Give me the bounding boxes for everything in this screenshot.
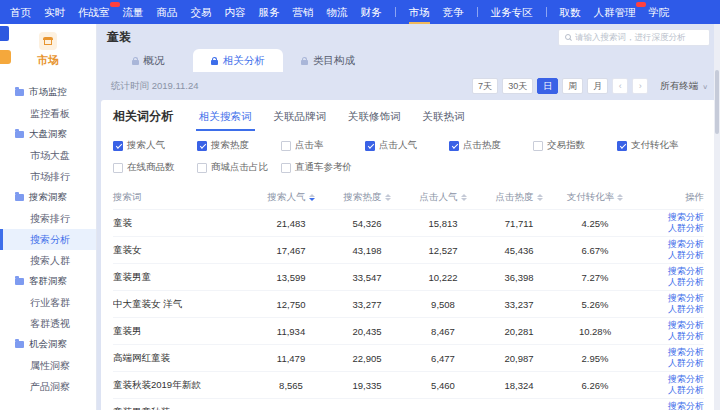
- nav-item[interactable]: 人群管理: [594, 0, 636, 24]
- subtab[interactable]: 关联修饰词: [348, 100, 401, 132]
- keyword-search-box[interactable]: [558, 29, 710, 46]
- nav-item[interactable]: 财务: [361, 0, 382, 24]
- nav-item[interactable]: 内容: [225, 0, 246, 24]
- scrollbar[interactable]: [714, 24, 720, 410]
- search-analysis-link[interactable]: 搜索分析: [668, 320, 704, 331]
- next-date-button[interactable]: ›: [632, 78, 648, 94]
- column-header[interactable]: 支付转化率: [557, 191, 633, 204]
- nav-item[interactable]: 服务: [259, 0, 280, 24]
- lock-icon: [301, 60, 308, 65]
- column-header[interactable]: 点击人气: [405, 191, 481, 204]
- nav-item[interactable]: 作战室: [78, 0, 110, 24]
- search-analysis-link[interactable]: 搜索分析: [668, 401, 704, 410]
- scrollbar-thumb[interactable]: [715, 70, 719, 134]
- sort-icon[interactable]: [537, 194, 543, 201]
- sort-asc-icon: [617, 194, 623, 197]
- nav-item[interactable]: 竞争: [443, 0, 464, 24]
- sort-icon[interactable]: [385, 194, 391, 201]
- date-range-button[interactable]: 月: [587, 78, 608, 94]
- metric-filter[interactable]: 在线商品数: [113, 161, 197, 174]
- checkbox-icon[interactable]: [281, 163, 291, 173]
- nav-item[interactable]: 首页: [10, 0, 31, 24]
- sidebar-item[interactable]: 市场大盘: [0, 145, 96, 166]
- checkbox-checked-icon[interactable]: [197, 141, 207, 151]
- sidebar-group[interactable]: 大盘洞察: [0, 124, 96, 145]
- nav-item[interactable]: 市场: [409, 0, 430, 24]
- audience-analysis-link[interactable]: 人群分析: [668, 385, 704, 396]
- nav-item[interactable]: 实时: [44, 0, 65, 24]
- sidebar-item[interactable]: 搜索排行: [0, 208, 96, 229]
- tab[interactable]: 类目构成: [283, 49, 373, 72]
- metric-filter[interactable]: 商城点击占比: [197, 161, 281, 174]
- date-range-button[interactable]: 日: [537, 78, 558, 94]
- sort-icon[interactable]: [461, 194, 467, 201]
- related-words-panel: 相关词分析 相关搜索词关联品牌词关联修饰词关联热词 搜索人气搜索热度点击率点击人…: [101, 100, 716, 410]
- terminal-dropdown[interactable]: 所有终端 ∨: [660, 80, 708, 93]
- search-analysis-link[interactable]: 搜索分析: [668, 293, 704, 304]
- checkbox-checked-icon[interactable]: [365, 141, 375, 151]
- checkbox-icon[interactable]: [197, 163, 207, 173]
- search-analysis-link[interactable]: 搜索分析: [668, 239, 704, 250]
- audience-analysis-link[interactable]: 人群分析: [668, 250, 704, 261]
- metric-filter[interactable]: 直通车参考价: [281, 161, 365, 174]
- metric-filter[interactable]: 搜索热度: [197, 139, 281, 152]
- sidebar-item[interactable]: 搜索人群: [0, 250, 96, 271]
- search-analysis-link[interactable]: 搜索分析: [668, 266, 704, 277]
- search-analysis-link[interactable]: 搜索分析: [668, 347, 704, 358]
- tab[interactable]: 概况: [103, 49, 193, 72]
- sidebar-item[interactable]: 市场排行: [0, 166, 96, 187]
- column-header[interactable]: 点击热度: [481, 191, 557, 204]
- metric-filter[interactable]: 点击率: [281, 139, 365, 152]
- sidebar-group[interactable]: 客群洞察: [0, 271, 96, 292]
- audience-analysis-link[interactable]: 人群分析: [668, 304, 704, 315]
- sidebar-group[interactable]: 市场监控: [0, 82, 96, 103]
- audience-analysis-link[interactable]: 人群分析: [668, 331, 704, 342]
- nav-item[interactable]: 取数: [560, 0, 581, 24]
- nav-item[interactable]: 营销: [293, 0, 314, 24]
- tab[interactable]: 相关分析: [193, 49, 283, 72]
- sidebar-item[interactable]: 行业客群: [0, 292, 96, 313]
- sidebar-item[interactable]: 监控看板: [0, 103, 96, 124]
- nav-item[interactable]: 物流: [327, 0, 348, 24]
- sidebar-item[interactable]: 搜索分析: [0, 229, 96, 250]
- checkbox-checked-icon[interactable]: [617, 141, 627, 151]
- nav-item[interactable]: 业务专区: [491, 0, 533, 24]
- checkbox-checked-icon[interactable]: [449, 141, 459, 151]
- nav-item[interactable]: 学院: [649, 0, 670, 24]
- checkbox-icon[interactable]: [281, 141, 291, 151]
- metric-filter[interactable]: 支付转化率: [617, 139, 701, 152]
- checkbox-icon[interactable]: [113, 163, 123, 173]
- sidebar-item[interactable]: 产品洞察: [0, 376, 96, 397]
- logo-fragment: [0, 26, 9, 41]
- sidebar-group[interactable]: 搜索洞察: [0, 187, 96, 208]
- date-range-button[interactable]: 7天: [472, 78, 498, 94]
- metric-filter[interactable]: 点击热度: [449, 139, 533, 152]
- audience-analysis-link[interactable]: 人群分析: [668, 277, 704, 288]
- subtab[interactable]: 关联品牌词: [274, 100, 327, 132]
- date-range-button[interactable]: 30天: [502, 78, 533, 94]
- prev-date-button[interactable]: ‹: [612, 78, 628, 94]
- sort-icon[interactable]: [309, 194, 315, 201]
- nav-item[interactable]: 交易: [191, 0, 212, 24]
- nav-item[interactable]: 流量: [123, 0, 144, 24]
- search-analysis-link[interactable]: 搜索分析: [668, 374, 704, 385]
- metric-filter[interactable]: 交易指数: [533, 139, 617, 152]
- metric-filter[interactable]: 搜索人气: [113, 139, 197, 152]
- sort-icon[interactable]: [617, 194, 623, 201]
- subtab[interactable]: 相关搜索词: [199, 100, 252, 132]
- subtab[interactable]: 关联热词: [423, 100, 465, 132]
- search-input[interactable]: [575, 32, 703, 42]
- metric-filter[interactable]: 点击人气: [365, 139, 449, 152]
- checkbox-icon[interactable]: [533, 141, 543, 151]
- audience-analysis-link[interactable]: 人群分析: [668, 223, 704, 234]
- checkbox-checked-icon[interactable]: [113, 141, 123, 151]
- column-header[interactable]: 搜索热度: [329, 191, 405, 204]
- sidebar-item[interactable]: 属性洞察: [0, 355, 96, 376]
- sidebar-group[interactable]: 机会洞察: [0, 334, 96, 355]
- sidebar-item[interactable]: 客群透视: [0, 313, 96, 334]
- search-analysis-link[interactable]: 搜索分析: [668, 212, 704, 223]
- date-range-button[interactable]: 周: [562, 78, 583, 94]
- column-header[interactable]: 搜索人气: [253, 191, 329, 204]
- audience-analysis-link[interactable]: 人群分析: [668, 358, 704, 369]
- nav-item[interactable]: 商品: [157, 0, 178, 24]
